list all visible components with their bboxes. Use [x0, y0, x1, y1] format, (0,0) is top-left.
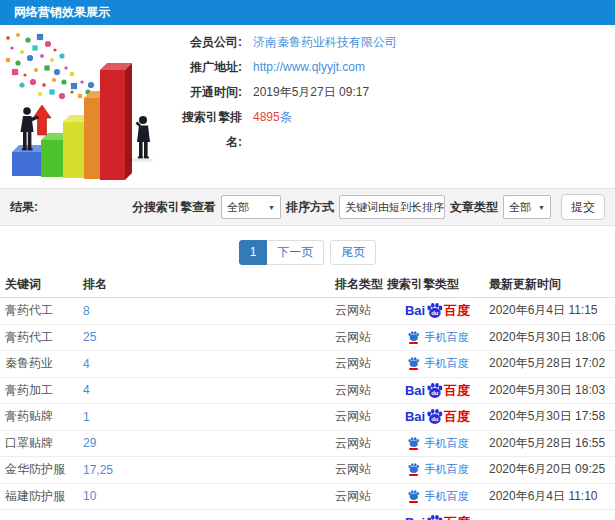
open-time-label: 开通时间: [170, 80, 242, 105]
sort-label: 排序方式 [286, 199, 334, 216]
baidu-mobile-text: 手机百度 [425, 491, 469, 502]
info-row-open-time: 开通时间: 2019年5月27日 09:17 [170, 80, 490, 105]
baidu-pc-logo: Bai du 百度 [405, 302, 470, 319]
rank-cell[interactable]: 25 [83, 330, 335, 344]
baidu-paw-icon: du [426, 382, 443, 399]
rank-cell[interactable]: 10 [83, 489, 335, 503]
baidu-paw-icon: du [426, 408, 443, 425]
businessman-right-icon [136, 116, 151, 158]
svg-text:du: du [431, 310, 439, 316]
baidu-paw-icon: du [426, 302, 443, 319]
results-table: 关键词 排名 排名类型 搜索引擎类型 最新更新时间 膏药代工 8 云网站 Bai… [0, 272, 615, 520]
rank-cell[interactable]: 4 [83, 357, 335, 371]
baidu-mobile-underline [409, 474, 418, 476]
info-row-url: 推广地址: http://www.qlyyjt.com [170, 55, 490, 80]
engine-type-cell: 手机百度 [387, 331, 488, 344]
table-row: Bai du 百度 [0, 510, 615, 520]
rank-type-cell: 云网站 [335, 408, 387, 425]
baidu-cn-text: 百度 [444, 410, 470, 423]
keyword-cell: 膏药代工 [0, 329, 83, 346]
table-row: 金华防护服 17,25 云网站 手机百度 2020年6月20日 09:25 [0, 457, 615, 484]
col-header-rank-type: 排名类型 [335, 276, 387, 293]
next-page-button[interactable]: 下一页 [267, 240, 324, 265]
rank-type-cell: 云网站 [335, 435, 387, 452]
sort-select[interactable]: 关键词由短到长排序 ▼ [339, 195, 445, 219]
filter-bar: 结果: 分搜索引擎查看 全部 ▼ 排序方式 关键词由短到长排序 ▼ 文章类型 全… [0, 188, 615, 226]
info-row-company: 会员公司: 济南秦鲁药业科技有限公司 [170, 30, 490, 55]
baidu-bai-text: Bai [405, 410, 425, 423]
member-info: 会员公司: 济南秦鲁药业科技有限公司 推广地址: http://www.qlyy… [170, 30, 490, 130]
baidu-mobile-logo: 手机百度 [407, 437, 469, 450]
baidu-mobile-logo: 手机百度 [407, 331, 469, 344]
baidu-mobile-text: 手机百度 [425, 464, 469, 475]
page-1-button[interactable]: 1 [239, 240, 268, 265]
rank-count-label: 搜索引擎排名: [170, 105, 242, 130]
baidu-mobile-paw-icon [407, 490, 420, 503]
baidu-paw-icon: du [426, 514, 443, 520]
last-page-button[interactable]: 尾页 [330, 240, 376, 265]
sort-select-value: 关键词由短到长排序 [345, 200, 444, 215]
submit-button[interactable]: 提交 [561, 194, 605, 220]
keyword-cell: 口罩贴牌 [0, 435, 83, 452]
baidu-mobile-text: 手机百度 [425, 332, 469, 343]
baidu-mobile-underline [409, 342, 418, 344]
filter-controls: 分搜索引擎查看 全部 ▼ 排序方式 关键词由短到长排序 ▼ 文章类型 全部 ▼ … [127, 194, 605, 220]
chevron-down-icon: ▼ [268, 204, 275, 211]
col-header-update-time: 最新更新时间 [488, 276, 615, 293]
rank-cell[interactable]: 4 [83, 383, 335, 397]
baidu-mobile-logo: 手机百度 [407, 490, 469, 503]
baidu-cn-text: 百度 [444, 516, 470, 520]
chevron-down-icon: ▼ [538, 204, 545, 211]
page-title: 网络营销效果展示 [0, 0, 615, 25]
baidu-mobile-text: 手机百度 [425, 358, 469, 369]
rank-cell[interactable]: 8 [83, 304, 335, 318]
article-type-select[interactable]: 全部 ▼ [503, 195, 551, 219]
engine-type-cell: 手机百度 [387, 463, 488, 476]
keyword-cell: 福建防护服 [0, 488, 83, 505]
rank-count-value: 4895条 [253, 105, 292, 130]
engine-type-cell: 手机百度 [387, 490, 488, 503]
keyword-cell: 金华防护服 [0, 461, 83, 478]
article-type-label: 文章类型 [450, 199, 498, 216]
update-time-cell: 2020年5月30日 17:58 [488, 408, 615, 425]
baidu-pc-logo: Bai du 百度 [405, 408, 470, 425]
rank-cell[interactable]: 1 [83, 410, 335, 424]
rank-cell[interactable]: 29 [83, 436, 335, 450]
col-header-keyword: 关键词 [0, 276, 83, 293]
update-time-cell: 2020年6月4日 11:15 [488, 302, 615, 319]
rank-type-cell: 云网站 [335, 329, 387, 346]
baidu-pc-logo: Bai du 百度 [405, 514, 470, 520]
rank-cell[interactable]: 17,25 [83, 463, 335, 477]
keyword-cell: 秦鲁药业 [0, 355, 83, 372]
table-row: 膏药加工 4 云网站 Bai du 百度 2020年5月30日 18:03 [0, 378, 615, 405]
engine-type-cell: 手机百度 [387, 357, 488, 370]
engine-type-cell: Bai du 百度 [387, 302, 488, 319]
promo-url-link[interactable]: http://www.qlyyjt.com [253, 55, 365, 80]
bar-chart-illustration [0, 30, 175, 180]
col-header-engine-type: 搜索引擎类型 [387, 276, 488, 293]
table-row: 秦鲁药业 4 云网站 手机百度 2020年5月28日 17:02 [0, 351, 615, 378]
article-type-select-value: 全部 [509, 200, 531, 215]
baidu-pc-logo: Bai du 百度 [405, 382, 470, 399]
table-row: 福建防护服 10 云网站 手机百度 2020年6月4日 11:10 [0, 484, 615, 511]
baidu-mobile-underline [409, 501, 418, 503]
rank-type-cell: 云网站 [335, 461, 387, 478]
engine-type-cell: Bai du 百度 [387, 408, 488, 425]
update-time-cell: 2020年6月4日 11:10 [488, 488, 615, 505]
engine-select[interactable]: 全部 ▼ [221, 195, 281, 219]
update-time-cell: 2020年5月30日 18:06 [488, 329, 615, 346]
baidu-mobile-paw-icon [407, 463, 420, 476]
baidu-mobile-logo: 手机百度 [407, 463, 469, 476]
company-label: 会员公司: [170, 30, 242, 55]
baidu-bai-text: Bai [405, 516, 425, 520]
baidu-mobile-paw-icon [407, 331, 420, 344]
engine-select-value: 全部 [227, 200, 249, 215]
update-time-cell: 2020年5月30日 18:03 [488, 382, 615, 399]
baidu-mobile-text: 手机百度 [425, 438, 469, 449]
rank-type-cell: 云网站 [335, 382, 387, 399]
info-row-rank-count: 搜索引擎排名: 4895条 [170, 105, 490, 130]
engine-type-cell: Bai du 百度 [387, 514, 488, 520]
table-row: 膏药代工 8 云网站 Bai du 百度 2020年6月4日 11:15 [0, 298, 615, 325]
keyword-cell: 膏药加工 [0, 382, 83, 399]
company-link[interactable]: 济南秦鲁药业科技有限公司 [253, 30, 397, 55]
